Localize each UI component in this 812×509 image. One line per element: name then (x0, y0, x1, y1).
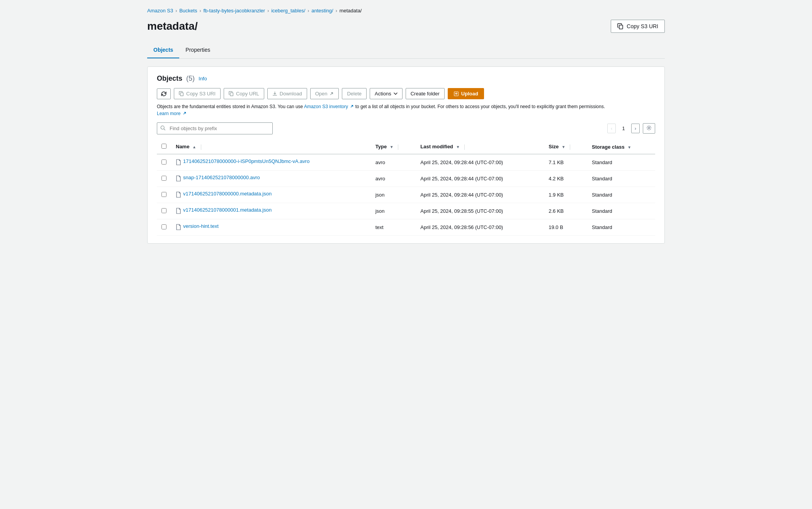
refresh-icon (161, 91, 166, 97)
row-checkbox-3[interactable] (161, 208, 166, 213)
file-link-3[interactable]: v1714062521078000001.metadata.json (176, 207, 366, 215)
pagination-prev-button[interactable]: ‹ (607, 124, 616, 133)
download-label: Download (280, 91, 302, 97)
search-pagination-bar: ‹ 1 › (157, 122, 655, 134)
row-checkbox-4[interactable] (161, 224, 166, 229)
table-header-row: Name ▲ Type ▼ Last modified ▼ (157, 140, 655, 154)
row-checkbox-cell (157, 219, 171, 236)
breadcrumb-bucket-name[interactable]: fb-tasty-bytes-jacobkranzler (203, 8, 265, 14)
file-link-2[interactable]: v1714062521078000000.metadata.json (176, 191, 366, 199)
row-checkbox-cell (157, 154, 171, 171)
size-sort-icon: ▼ (562, 145, 566, 149)
breadcrumb-antesting[interactable]: antesting/ (311, 8, 333, 14)
row-last-modified-cell-2: April 25, 2024, 09:28:44 (UTC-07:00) (416, 187, 544, 203)
tab-properties[interactable]: Properties (179, 42, 216, 58)
breadcrumb-sep-5: › (336, 8, 337, 14)
link-icon (229, 91, 234, 96)
svg-rect-2 (230, 93, 233, 96)
size-col-divider (570, 144, 570, 150)
row-size-cell-0: 7.1 KB (544, 154, 587, 171)
download-button[interactable]: Download (267, 88, 307, 99)
objects-card: Objects (5) Info Copy S3 URI (147, 66, 665, 244)
row-name-cell-3: v1714062521078000001.metadata.json (171, 203, 371, 219)
table-row: 1714062521078000000-i-lSP0pmtsUn5QNJbmc-… (157, 154, 655, 171)
external-link-icon (330, 92, 334, 96)
file-link-1[interactable]: snap-1714062521078000000.avro (176, 175, 366, 183)
name-sort-icon: ▲ (192, 145, 196, 149)
pagination-next-button[interactable]: › (631, 124, 640, 133)
copy-s3-icon (179, 91, 184, 96)
row-checkbox-2[interactable] (161, 192, 166, 197)
breadcrumb-amazon-s3[interactable]: Amazon S3 (147, 8, 173, 14)
description: Objects are the fundamental entities sto… (157, 103, 655, 117)
file-link-4[interactable]: version-hint.text (176, 223, 366, 231)
table-settings-button[interactable] (643, 123, 655, 134)
copy-url-button[interactable]: Copy URL (224, 88, 264, 99)
row-storage-class-cell-3: Standard (587, 203, 655, 219)
name-col-divider (201, 144, 201, 150)
row-checkbox-0[interactable] (161, 159, 166, 165)
size-col-header[interactable]: Size ▼ (544, 140, 587, 154)
info-link[interactable]: Info (199, 76, 207, 81)
breadcrumb-iceberg[interactable]: iceberg_tables/ (271, 8, 305, 14)
last-modified-col-divider (464, 144, 465, 150)
last-modified-sort-icon: ▼ (456, 145, 460, 149)
copy-s3-uri-button[interactable]: Copy S3 URI (611, 20, 665, 33)
upload-button[interactable]: Upload (448, 88, 484, 99)
copy-s3-uri-label: Copy S3 URI (627, 23, 658, 29)
delete-button[interactable]: Delete (342, 88, 367, 99)
select-all-checkbox[interactable] (161, 144, 166, 149)
objects-table: Name ▲ Type ▼ Last modified ▼ (157, 140, 655, 236)
search-input[interactable] (157, 122, 273, 134)
pagination-controls: ‹ 1 › (607, 123, 655, 134)
type-col-divider (398, 144, 398, 150)
row-type-cell-0: avro (371, 154, 416, 171)
file-link-0[interactable]: 1714062521078000000-i-lSP0pmtsUn5QNJbmc-… (176, 158, 366, 166)
learn-more-link[interactable]: Learn more (157, 111, 187, 116)
type-sort-icon: ▼ (390, 145, 394, 149)
row-size-cell-2: 1.9 KB (544, 187, 587, 203)
table-row: v1714062521078000001.metadata.json json … (157, 203, 655, 219)
actions-label: Actions (375, 91, 391, 97)
objects-count: (5) (186, 75, 195, 83)
breadcrumb-buckets[interactable]: Buckets (179, 8, 197, 14)
upload-icon (454, 91, 459, 97)
row-last-modified-cell-4: April 25, 2024, 09:28:56 (UTC-07:00) (416, 219, 544, 236)
file-icon-0 (176, 159, 181, 166)
storage-class-col-header[interactable]: Storage class ▼ (587, 140, 655, 154)
create-folder-button[interactable]: Create folder (406, 88, 445, 99)
svg-point-5 (648, 127, 650, 129)
open-button[interactable]: Open (310, 88, 339, 99)
row-storage-class-cell-2: Standard (587, 187, 655, 203)
table-row: version-hint.text text April 25, 2024, 0… (157, 219, 655, 236)
amazon-s3-inventory-link[interactable]: Amazon S3 inventory (304, 104, 355, 109)
row-size-cell-4: 19.0 B (544, 219, 587, 236)
row-last-modified-cell-1: April 25, 2024, 09:28:44 (UTC-07:00) (416, 171, 544, 187)
table-row: snap-1714062521078000000.avro avro April… (157, 171, 655, 187)
last-modified-col-header[interactable]: Last modified ▼ (416, 140, 544, 154)
name-col-header[interactable]: Name ▲ (171, 140, 371, 154)
copy-s3-uri-toolbar-button[interactable]: Copy S3 URI (174, 88, 221, 99)
tab-objects[interactable]: Objects (147, 42, 179, 58)
copy-url-label: Copy URL (236, 91, 259, 97)
row-checkbox-cell (157, 171, 171, 187)
actions-button[interactable]: Actions (370, 88, 403, 99)
upload-label: Upload (461, 91, 478, 97)
objects-title: Objects (157, 75, 182, 83)
row-checkbox-1[interactable] (161, 176, 166, 181)
storage-class-sort-icon: ▼ (627, 145, 631, 149)
breadcrumb-sep-4: › (307, 8, 309, 14)
download-icon (272, 91, 277, 96)
page-header: metadata/ Copy S3 URI (147, 20, 665, 33)
type-col-header[interactable]: Type ▼ (371, 140, 416, 154)
chevron-down-icon (394, 92, 398, 95)
row-type-cell-2: json (371, 187, 416, 203)
learn-more-icon (183, 111, 187, 115)
row-name-cell-1: snap-1714062521078000000.avro (171, 171, 371, 187)
row-last-modified-cell-3: April 25, 2024, 09:28:55 (UTC-07:00) (416, 203, 544, 219)
row-last-modified-cell-0: April 25, 2024, 09:28:44 (UTC-07:00) (416, 154, 544, 171)
breadcrumb-sep-3: › (267, 8, 269, 14)
create-folder-label: Create folder (411, 91, 440, 97)
breadcrumb-sep-2: › (199, 8, 201, 14)
refresh-button[interactable] (157, 88, 171, 99)
